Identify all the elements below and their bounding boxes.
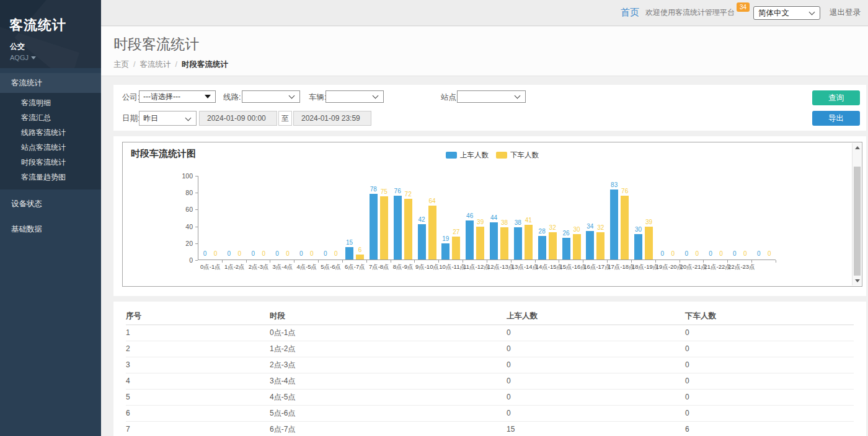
sidebar-item-device-status[interactable]: 设备状态 bbox=[0, 193, 101, 215]
bar-group: 7672 bbox=[391, 175, 415, 259]
bar-alighting[interactable] bbox=[573, 234, 581, 259]
x-axis-label: 22点-23点 bbox=[728, 263, 752, 271]
notification-count-badge: 34 bbox=[737, 2, 750, 12]
page-title-band: 时段客流统计 主页/客流统计/时段客流统计 bbox=[101, 27, 868, 76]
station-label: 站点: bbox=[441, 92, 458, 103]
date-to-input[interactable]: 2024-01-09 23:59 bbox=[293, 111, 371, 126]
bar-boarding[interactable] bbox=[441, 243, 450, 259]
table-cell: 2点-3点 bbox=[270, 357, 507, 373]
vehicle-label: 车辆: bbox=[309, 92, 326, 103]
home-link[interactable]: 首页 bbox=[621, 7, 639, 19]
bar-alighting[interactable] bbox=[428, 206, 436, 259]
table-row: 76点-7点156 bbox=[126, 421, 854, 436]
company-select-value: ---请选择--- bbox=[143, 92, 180, 101]
welcome-text: 欢迎使用客流统计管理平台 bbox=[645, 7, 735, 18]
table-cell: 5 bbox=[126, 389, 270, 405]
bar-alighting[interactable] bbox=[645, 227, 653, 259]
bar-alighting[interactable] bbox=[476, 227, 484, 259]
sidebar-section-passenger-stats[interactable]: 客流统计 bbox=[0, 73, 101, 93]
vehicle-select[interactable] bbox=[326, 90, 384, 103]
sidebar-item-line-stats[interactable]: 线路客流统计 bbox=[0, 125, 101, 140]
query-button[interactable]: 查询 bbox=[812, 90, 860, 105]
x-axis-label: 19点-20点 bbox=[656, 263, 680, 271]
station-select[interactable] bbox=[457, 90, 526, 103]
bar-alighting[interactable] bbox=[525, 225, 533, 259]
bar-boarding[interactable] bbox=[562, 238, 570, 259]
page-title: 时段客流统计 bbox=[101, 27, 868, 54]
sidebar-item-trend-chart[interactable]: 客流量趋势图 bbox=[0, 170, 101, 185]
table-cell: 7 bbox=[126, 421, 270, 436]
breadcrumb: 主页/客流统计/时段客流统计 bbox=[101, 54, 868, 70]
x-axis-label: 21点-22点 bbox=[704, 263, 728, 271]
bar-alighting[interactable] bbox=[500, 227, 508, 259]
bar-alighting[interactable] bbox=[549, 232, 557, 259]
bar-alighting[interactable] bbox=[404, 199, 412, 259]
bar-alighting[interactable] bbox=[356, 255, 364, 259]
bar-value-label: 0 bbox=[761, 250, 777, 257]
sidebar-item-passenger-summary[interactable]: 客流汇总 bbox=[0, 110, 101, 125]
table-cell: 0 bbox=[507, 325, 685, 341]
y-axis-tick-label: 60 bbox=[174, 206, 193, 213]
scroll-down-icon[interactable] bbox=[852, 276, 862, 286]
scrollbar-thumb[interactable] bbox=[854, 167, 861, 276]
bar-alighting[interactable] bbox=[621, 196, 629, 259]
y-axis-tick-mark bbox=[195, 209, 198, 210]
date-from-input[interactable]: 2024-01-09 00:00 bbox=[199, 111, 277, 126]
bar-value-label: 42 bbox=[414, 216, 430, 223]
bar-boarding[interactable] bbox=[418, 224, 426, 259]
table-cell: 3 bbox=[126, 357, 270, 373]
bar-boarding[interactable] bbox=[394, 196, 402, 259]
bar-boarding[interactable] bbox=[610, 190, 618, 259]
bar-boarding[interactable] bbox=[490, 222, 498, 259]
bar-alighting[interactable] bbox=[380, 196, 388, 259]
sidebar-menu: 客流统计 客流明细 客流汇总 线路客流统计 站点客流统计 时段客流统计 客流量趋… bbox=[0, 73, 101, 240]
bar-boarding[interactable] bbox=[586, 231, 594, 259]
main-content: 公司: ---请选择--- 线路: 车辆: 站点: 日期: 昨日 2024-01… bbox=[101, 77, 868, 436]
x-axis-label: 11点-12点 bbox=[463, 263, 487, 271]
bar-boarding[interactable] bbox=[514, 227, 522, 259]
bar-value-label: 30 bbox=[631, 226, 647, 233]
bar-group: 3432 bbox=[583, 175, 608, 259]
col-header-boarding: 上车人数 bbox=[507, 308, 685, 325]
breadcrumb-current: 时段客流统计 bbox=[182, 60, 228, 69]
table-row: 43点-4点00 bbox=[126, 373, 854, 389]
bar-alighting[interactable] bbox=[596, 232, 604, 259]
date-preset-select[interactable]: 昨日 bbox=[139, 111, 197, 126]
bar-group: 7875 bbox=[367, 175, 391, 259]
language-select[interactable]: 简体中文 bbox=[753, 6, 820, 20]
legend-item-boarding[interactable]: 上车人数 bbox=[446, 150, 489, 160]
x-axis-label: 10点-11点 bbox=[439, 263, 463, 271]
y-axis-tick-mark bbox=[195, 193, 198, 193]
y-axis-tick-label: 100 bbox=[174, 172, 193, 180]
line-select[interactable] bbox=[242, 90, 300, 103]
table-cell: 6点-7点 bbox=[270, 421, 507, 436]
scroll-up-icon[interactable] bbox=[852, 143, 862, 152]
table-row: 10点-1点00 bbox=[126, 325, 854, 341]
bar-boarding[interactable] bbox=[538, 236, 546, 259]
company-select[interactable]: ---请选择--- bbox=[139, 90, 216, 103]
chart-scrollbar[interactable] bbox=[852, 143, 861, 286]
sidebar-item-time-period-stats[interactable]: 时段客流统计 bbox=[0, 155, 101, 170]
bar-boarding[interactable] bbox=[466, 220, 474, 259]
org-code-dropdown[interactable]: AQGJ bbox=[10, 54, 101, 61]
logout-link[interactable]: 退出登录 bbox=[830, 7, 861, 18]
bar-value-label: 72 bbox=[400, 191, 416, 198]
breadcrumb-passenger-stats[interactable]: 客流统计 bbox=[140, 60, 170, 69]
bar-group: 3039 bbox=[632, 175, 656, 259]
bar-alighting[interactable] bbox=[452, 237, 460, 259]
sidebar-item-station-stats[interactable]: 站点客流统计 bbox=[0, 140, 101, 155]
breadcrumb-separator: / bbox=[133, 60, 135, 69]
sidebar-item-passenger-detail[interactable]: 客流明细 bbox=[0, 95, 101, 110]
dropdown-arrow-icon bbox=[205, 95, 211, 98]
x-axis-label: 4点-5点 bbox=[294, 263, 319, 271]
bar-group: 00 bbox=[752, 175, 776, 259]
bar-boarding[interactable] bbox=[370, 194, 378, 259]
x-axis-label: 17点-18点 bbox=[608, 263, 632, 271]
sidebar-item-base-data[interactable]: 基础数据 bbox=[0, 219, 101, 240]
export-button[interactable]: 导出 bbox=[812, 111, 860, 126]
chart-title: 时段车流统计图 bbox=[131, 148, 196, 160]
bar-group: 1927 bbox=[439, 175, 463, 259]
breadcrumb-home[interactable]: 主页 bbox=[113, 60, 129, 69]
bar-boarding[interactable] bbox=[634, 234, 642, 259]
legend-item-alighting[interactable]: 下车人数 bbox=[496, 150, 539, 160]
